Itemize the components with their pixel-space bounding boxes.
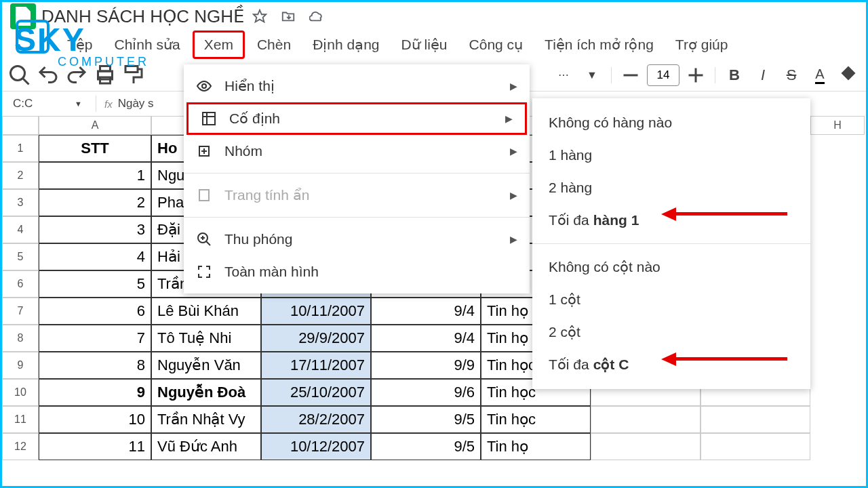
svg-rect-17 xyxy=(199,190,209,201)
svg-marker-0 xyxy=(254,10,266,22)
cell[interactable]: 8 xyxy=(39,352,151,379)
freeze-icon xyxy=(201,110,217,127)
row-header[interactable]: 11 xyxy=(2,406,39,433)
row-header[interactable]: 9 xyxy=(2,352,39,379)
row-header[interactable]: 12 xyxy=(2,433,39,460)
menu-fullscreen[interactable]: Toàn màn hình xyxy=(184,256,530,288)
cell[interactable]: Tin học xyxy=(481,406,591,433)
cell[interactable]: Lê Bùi Khán xyxy=(151,298,261,325)
menu-insert[interactable]: Chèn xyxy=(248,33,300,57)
row-header[interactable]: 4 xyxy=(2,216,39,243)
menu-extensions[interactable]: Tiện ích mở rộng xyxy=(535,33,663,57)
cell[interactable]: 11 xyxy=(39,433,151,460)
cell[interactable]: 4 xyxy=(39,243,151,270)
increase-font-icon[interactable] xyxy=(684,63,708,87)
row-header[interactable]: 6 xyxy=(2,270,39,298)
menu-help[interactable]: Trợ giúp xyxy=(666,33,738,57)
menu-data[interactable]: Dữ liệu xyxy=(392,33,457,57)
font-size-input[interactable]: 14 xyxy=(647,64,679,86)
cell[interactable]: Vũ Đức Anh xyxy=(151,433,261,460)
more-formats-icon[interactable]: ⋯ xyxy=(551,63,576,87)
bold-button[interactable]: B xyxy=(722,63,747,87)
select-all-corner[interactable] xyxy=(2,116,39,135)
chevron-right-icon: ▶ xyxy=(510,234,517,245)
cell[interactable]: 9/6 xyxy=(371,379,481,406)
sheet-icon xyxy=(196,187,212,203)
fill-color-button[interactable] xyxy=(836,63,861,87)
cell[interactable]: 10 xyxy=(39,406,151,433)
freeze-1-row[interactable]: 1 hàng xyxy=(532,139,810,171)
cell[interactable]: Trần Nhật Vy xyxy=(151,406,261,433)
row-header[interactable]: 2 xyxy=(2,162,39,189)
cell[interactable]: 5 xyxy=(39,270,151,298)
cell[interactable]: 9/4 xyxy=(371,325,481,352)
row-header[interactable]: 5 xyxy=(2,243,39,270)
decrease-font-icon[interactable] xyxy=(618,63,643,87)
cell[interactable]: 9 xyxy=(39,379,151,406)
cell[interactable]: 10/11/2007 xyxy=(261,298,371,325)
cell[interactable]: Tô Tuệ Nhi xyxy=(151,325,261,352)
cell[interactable]: 1 xyxy=(39,162,151,189)
freeze-2-rows[interactable]: 2 hàng xyxy=(532,171,810,204)
svg-line-2 xyxy=(23,78,29,84)
cell[interactable]: 3 xyxy=(39,216,151,243)
row-header[interactable]: 7 xyxy=(2,298,39,325)
cell[interactable]: 10/12/2007 xyxy=(261,433,371,460)
svg-point-10 xyxy=(202,84,206,88)
annotation-arrow xyxy=(673,357,787,361)
cell[interactable]: 9/4 xyxy=(371,298,481,325)
strikethrough-button[interactable]: S xyxy=(779,63,804,87)
cell[interactable]: 7 xyxy=(39,325,151,352)
cell[interactable]: Nguyễn Đoà xyxy=(151,379,261,406)
star-icon[interactable] xyxy=(252,9,267,24)
cell[interactable] xyxy=(701,406,810,433)
freeze-no-rows[interactable]: Không có hàng nào xyxy=(532,106,810,139)
menu-tools[interactable]: Công cụ xyxy=(460,33,533,57)
freeze-2-cols[interactable]: 2 cột xyxy=(532,316,810,348)
cell[interactable]: Tin họ xyxy=(481,433,591,460)
cell[interactable]: 25/10/2007 xyxy=(261,379,371,406)
cell[interactable]: Nguyễn Văn xyxy=(151,352,261,379)
menu-edit[interactable]: Chỉnh sửa xyxy=(105,33,190,57)
cell[interactable] xyxy=(591,406,701,433)
name-box[interactable]: C:C▼ xyxy=(7,94,87,113)
row-header[interactable]: 3 xyxy=(2,189,39,216)
cell[interactable] xyxy=(591,433,701,460)
col-header-h[interactable]: H xyxy=(810,116,865,135)
menu-zoom[interactable]: Thu phóng ▶ xyxy=(184,223,530,256)
fx-label: fx xyxy=(104,98,113,110)
cell[interactable]: 17/11/2007 xyxy=(261,352,371,379)
row-header[interactable]: 1 xyxy=(2,135,39,162)
menu-show[interactable]: Hiển thị ▶ xyxy=(184,70,530,102)
menu-freeze[interactable]: Cố định ▶ xyxy=(186,102,527,135)
text-color-button[interactable]: A xyxy=(808,63,832,87)
menu-group[interactable]: Nhóm ▶ xyxy=(184,135,530,167)
menu-view[interactable]: Xem xyxy=(193,30,245,59)
cell[interactable]: 29/9/2007 xyxy=(261,325,371,352)
menu-format[interactable]: Định dạng xyxy=(303,33,389,57)
cell[interactable] xyxy=(701,433,810,460)
col-header-a[interactable]: A xyxy=(39,116,151,135)
formula-input[interactable]: Ngày s xyxy=(118,97,154,110)
cell[interactable]: 28/2/2007 xyxy=(261,406,371,433)
view-dropdown-menu: Hiển thị ▶ Cố định ▶ Nhóm ▶ Trang tính ẩ… xyxy=(184,64,530,293)
svg-point-1 xyxy=(11,66,25,80)
freeze-1-col[interactable]: 1 cột xyxy=(532,283,810,316)
freeze-submenu: Không có hàng nào 1 hàng 2 hàng Tối đahà… xyxy=(532,98,810,389)
cell[interactable]: 2 xyxy=(39,189,151,216)
cell[interactable]: 9/5 xyxy=(371,406,481,433)
cell[interactable]: 6 xyxy=(39,298,151,325)
dropdown-caret-icon[interactable]: ▼ xyxy=(580,63,604,87)
row-header[interactable]: 10 xyxy=(2,379,39,406)
row-header[interactable]: 8 xyxy=(2,325,39,352)
cloud-status-icon[interactable] xyxy=(309,9,324,24)
chevron-right-icon: ▶ xyxy=(510,81,517,92)
move-folder-icon[interactable] xyxy=(281,9,296,24)
italic-button[interactable]: I xyxy=(751,63,775,87)
cell[interactable]: 9/5 xyxy=(371,433,481,460)
cell[interactable]: STT xyxy=(39,135,151,162)
undo-icon[interactable] xyxy=(36,63,60,87)
cell[interactable]: 9/9 xyxy=(371,352,481,379)
search-icon[interactable] xyxy=(7,63,32,87)
freeze-no-cols[interactable]: Không có cột nào xyxy=(532,251,810,283)
